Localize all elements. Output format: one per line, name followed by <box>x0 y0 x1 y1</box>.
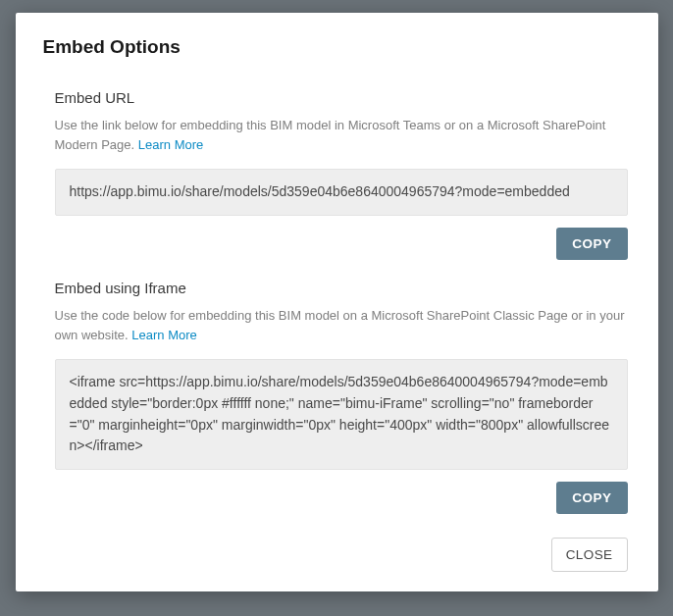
embed-url-copy-button[interactable]: COPY <box>556 228 627 260</box>
embed-iframe-code-box[interactable]: <iframe src=https://app.bimu.io/share/mo… <box>55 359 628 470</box>
embed-iframe-description: Use the code below for embedding this BI… <box>55 306 631 345</box>
embed-url-title: Embed URL <box>55 89 631 106</box>
embed-url-description: Use the link below for embedding this BI… <box>55 116 631 155</box>
embed-url-button-row: COPY <box>43 228 628 260</box>
embed-iframe-title: Embed using Iframe <box>55 280 631 296</box>
embed-options-modal: Embed Options Embed URL Use the link bel… <box>16 13 658 591</box>
modal-footer: CLOSE <box>43 538 628 572</box>
embed-url-desc-text: Use the link below for embedding this BI… <box>55 118 606 152</box>
embed-url-learn-more-link[interactable]: Learn More <box>138 137 203 152</box>
embed-iframe-section: Embed using Iframe Use the code below fo… <box>43 280 631 514</box>
embed-iframe-learn-more-link[interactable]: Learn More <box>131 328 196 342</box>
embed-iframe-copy-button[interactable]: COPY <box>556 482 627 514</box>
modal-title: Embed Options <box>43 36 631 58</box>
close-button[interactable]: CLOSE <box>551 538 628 572</box>
modal-backdrop: Embed Options Embed URL Use the link bel… <box>0 0 673 616</box>
embed-url-code-box[interactable]: https://app.bimu.io/share/models/5d359e0… <box>55 169 628 216</box>
embed-url-section: Embed URL Use the link below for embeddi… <box>43 89 631 260</box>
embed-iframe-button-row: COPY <box>43 482 628 514</box>
